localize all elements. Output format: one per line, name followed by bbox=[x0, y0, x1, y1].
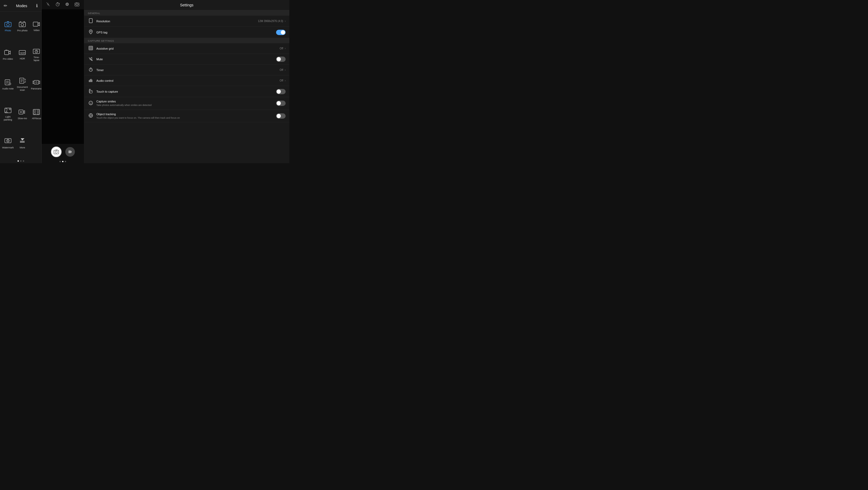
gps-toggle[interactable] bbox=[276, 30, 286, 35]
hdr-icon: HDR bbox=[19, 50, 26, 56]
mode-item-photo[interactable]: Photo bbox=[1, 14, 15, 39]
mode-item-light-painting[interactable]: Light painting bbox=[1, 100, 15, 129]
grid-label: Assistive grid bbox=[96, 47, 280, 50]
modes-grid: Photo Pro photo Video bbox=[0, 12, 41, 159]
timer-chevron: › bbox=[285, 68, 286, 71]
video-label: Video bbox=[33, 29, 39, 32]
gps-label: GPS tag bbox=[96, 31, 276, 34]
shutter-button[interactable] bbox=[51, 147, 62, 157]
timelapse-label: Time-lapse bbox=[31, 56, 41, 62]
touch-capture-toggle-knob bbox=[277, 89, 281, 94]
mode-item-document-scan[interactable]: Document scan bbox=[16, 70, 29, 99]
light-painting-icon bbox=[4, 108, 11, 114]
pro-photo-icon bbox=[19, 21, 26, 28]
mode-item-slow-mo[interactable]: Slow-mo bbox=[16, 100, 29, 129]
settings-capture-smiles[interactable]: Capture smiles Take photos automatically… bbox=[84, 97, 289, 110]
light-painting-label: Light painting bbox=[2, 116, 14, 121]
grid-right: Off › bbox=[280, 47, 286, 50]
mode-item-panorama[interactable]: Panorama bbox=[30, 70, 41, 99]
camera-dot-2 bbox=[62, 161, 63, 162]
svg-point-21 bbox=[9, 83, 10, 84]
svg-rect-61 bbox=[89, 46, 93, 50]
settings-header: Settings bbox=[84, 0, 289, 10]
object-tracking-toggle[interactable] bbox=[276, 113, 286, 119]
timer-value: Off bbox=[280, 68, 283, 71]
resolution-icon bbox=[88, 18, 94, 24]
timer-cam-icon[interactable] bbox=[56, 2, 60, 7]
timer-right: Off › bbox=[280, 68, 286, 71]
resolution-label: Resolution bbox=[96, 20, 258, 23]
touch-capture-icon bbox=[88, 89, 94, 94]
svg-point-27 bbox=[36, 82, 37, 83]
settings-resolution[interactable]: Resolution 12M 3968x2976 (4:3) › bbox=[84, 16, 289, 27]
svg-point-30 bbox=[9, 109, 10, 110]
svg-rect-59 bbox=[89, 19, 92, 23]
svg-rect-71 bbox=[91, 79, 91, 82]
svg-rect-46 bbox=[20, 141, 25, 142]
settings-object-tracking[interactable]: Object tracking Touch the object you wan… bbox=[84, 110, 289, 123]
object-tracking-right bbox=[276, 113, 286, 119]
mode-item-more[interactable]: More bbox=[16, 130, 29, 157]
settings-audio-control[interactable]: Audio control Off › bbox=[84, 75, 289, 86]
document-scan-icon bbox=[19, 78, 26, 85]
svg-rect-72 bbox=[92, 80, 92, 82]
modes-dot-3 bbox=[23, 160, 24, 162]
gps-content: GPS tag bbox=[96, 31, 276, 34]
gps-toggle-knob bbox=[281, 30, 285, 34]
mute-content: Mute bbox=[96, 58, 276, 61]
mode-item-audio-note[interactable]: Audio note bbox=[1, 70, 15, 99]
capture-section-header: CAPTURE SETTINGS bbox=[84, 38, 289, 43]
audio-control-label: Audio control bbox=[96, 79, 280, 82]
touch-capture-label: Touch to capture bbox=[96, 90, 276, 93]
mute-toggle[interactable] bbox=[276, 57, 286, 62]
mode-item-all-focus[interactable]: All-focus bbox=[30, 100, 41, 129]
mode-item-pro-video[interactable]: Pro video bbox=[1, 41, 15, 69]
camera-dot-1 bbox=[59, 161, 61, 162]
svg-point-60 bbox=[90, 31, 92, 32]
touch-capture-toggle[interactable] bbox=[276, 89, 286, 94]
all-focus-label: All-focus bbox=[32, 117, 41, 120]
settings-timer[interactable]: Timer Off › bbox=[84, 65, 289, 75]
settings-mute[interactable]: Mute bbox=[84, 54, 289, 65]
capture-smiles-toggle-knob bbox=[277, 101, 281, 105]
svg-point-77 bbox=[90, 115, 92, 116]
slow-mo-icon bbox=[19, 109, 26, 116]
svg-point-45 bbox=[7, 140, 8, 141]
settings-gps-tag[interactable]: GPS tag bbox=[84, 27, 289, 38]
timer-content: Timer bbox=[96, 68, 280, 72]
flash-icon[interactable] bbox=[46, 2, 50, 7]
capture-smiles-toggle[interactable] bbox=[276, 101, 286, 106]
svg-rect-5 bbox=[24, 22, 25, 22]
touch-capture-right bbox=[276, 89, 286, 94]
modes-panel: ✏ Modes ℹ Photo bbox=[0, 0, 42, 163]
mode-item-timelapse[interactable]: Time-lapse bbox=[30, 41, 41, 69]
svg-rect-39 bbox=[34, 110, 36, 112]
video-record-button[interactable] bbox=[65, 147, 75, 157]
svg-text:HDR: HDR bbox=[20, 52, 25, 54]
grid-content: Assistive grid bbox=[96, 47, 280, 50]
panorama-label: Panorama bbox=[31, 87, 41, 90]
settings-touch-to-capture[interactable]: Touch to capture bbox=[84, 86, 289, 97]
info-button[interactable]: ℹ bbox=[36, 3, 38, 9]
mode-item-watermark[interactable]: Watermark bbox=[1, 130, 15, 157]
camera-viewfinder[interactable] bbox=[42, 9, 84, 144]
svg-rect-70 bbox=[90, 80, 91, 82]
audio-control-icon bbox=[88, 78, 94, 83]
resolution-right: 12M 3968x2976 (4:3) › bbox=[258, 20, 286, 23]
video-icon bbox=[33, 22, 40, 28]
svg-line-35 bbox=[10, 109, 11, 109]
modes-header: ✏ Modes ℹ bbox=[0, 0, 41, 12]
hdr-toggle-icon[interactable] bbox=[65, 2, 69, 7]
object-tracking-label: Object tracking bbox=[96, 113, 276, 116]
capture-smiles-sublabel: Take photos automatically when smiles ar… bbox=[96, 103, 276, 107]
mode-item-pro-photo[interactable]: Pro photo bbox=[16, 14, 29, 39]
svg-rect-40 bbox=[37, 110, 39, 112]
switch-camera-icon[interactable] bbox=[74, 2, 80, 7]
modes-dot-1 bbox=[18, 160, 19, 162]
mode-item-hdr[interactable]: HDR HDR bbox=[16, 41, 29, 69]
mute-toggle-knob bbox=[277, 57, 281, 61]
settings-assistive-grid[interactable]: Assistive grid Off › bbox=[84, 43, 289, 54]
mode-item-video[interactable]: Video bbox=[30, 14, 41, 39]
edit-button[interactable]: ✏ bbox=[3, 3, 8, 9]
svg-line-34 bbox=[9, 109, 9, 109]
